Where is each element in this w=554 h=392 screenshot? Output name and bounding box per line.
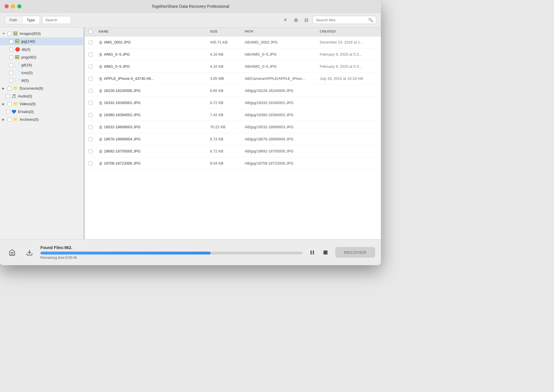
progress-bar-fill — [40, 252, 211, 255]
trash-icon: 🗑 — [99, 52, 103, 57]
tif-checkbox[interactable] — [9, 79, 13, 83]
row-checkbox-7[interactable] — [89, 125, 93, 129]
archives-checkbox[interactable] — [8, 118, 12, 122]
file-name-text: 18228-18240000.JPG — [104, 88, 141, 93]
sidebar-item-tif[interactable]: 📄 tif(5) — [0, 77, 83, 84]
table-row[interactable]: 🗑 18332-18345001.JPG 6.72 KB AB/jpg/1833… — [85, 97, 381, 109]
table-row[interactable]: 🗑 18676-18689004.JPG 6.72 KB AB/jpg/1867… — [85, 133, 381, 145]
row-checkbox-1[interactable] — [89, 52, 93, 56]
trash-icon: 🗑 — [99, 137, 103, 142]
found-files-label: Found Files:962. — [40, 245, 302, 250]
row-path-6: AB/jpg/18380-18394002.JPG — [242, 113, 317, 117]
documents-checkbox[interactable] — [8, 86, 12, 91]
app-title: TogetherShare Data Recovery Professional — [151, 4, 229, 9]
row-checkbox-cell — [85, 89, 96, 93]
row-checkbox-2[interactable] — [89, 65, 93, 69]
table-row[interactable]: 🗑 #IMG_0~5.JPG 4.10 KB AB/#IMG_0~5.JPG F… — [85, 61, 381, 73]
file-name-text: APPLE_iPhone 6_43740-49... — [104, 76, 154, 81]
row-name-9: 🗑 18692-18705005.JPG — [96, 149, 208, 154]
recover-button[interactable]: RECOVER — [335, 247, 375, 258]
table-row[interactable]: 🗑 18708-18723006.JPG 8.04 KB AB/jpg/1870… — [85, 157, 381, 169]
db-checkbox[interactable] — [9, 47, 13, 51]
table-row[interactable]: 🗑 18380-18394002.JPG 7.42 KB AB/jpg/1838… — [85, 109, 381, 121]
trash-icon: 🗑 — [99, 125, 103, 129]
row-checkbox-0[interactable] — [89, 40, 93, 44]
row-path-3: AB/Camera/APPLE/APPLE_iPhon... — [242, 76, 317, 81]
table-row[interactable]: 🗑 18692-18705005.JPG 6.72 KB AB/jpg/1869… — [85, 145, 381, 157]
sidebar-item-jpg[interactable]: 🖼️ jpg(140) — [0, 37, 83, 45]
trash-icon: 🗑 — [99, 88, 103, 93]
minimize-button[interactable] — [11, 4, 15, 8]
row-size-4: 6.65 KB — [208, 88, 242, 93]
stop-button[interactable] — [320, 247, 331, 258]
row-checkbox-8[interactable] — [89, 137, 93, 141]
images-checkbox[interactable] — [8, 32, 12, 36]
maximize-button[interactable] — [17, 4, 21, 8]
svg-rect-2 — [313, 250, 314, 255]
tab-path[interactable]: Path — [5, 16, 22, 24]
row-created-0: December 23, 2016 at 1... — [317, 40, 381, 44]
sidebar-item-emails[interactable]: 💙 Emails(0) — [0, 108, 83, 116]
icns-checkbox[interactable] — [9, 71, 13, 75]
list-view-button[interactable]: ≡ — [281, 16, 290, 24]
file-name-text: 18332-18345001.JPG — [104, 101, 141, 105]
table-row[interactable]: 🗑 #MG_0002.JPG 435.71 KB AB/#MG_0002.JPG… — [85, 36, 381, 48]
sidebar-item-audio[interactable]: 🎵 Audio(0) — [0, 92, 83, 100]
sidebar-item-png[interactable]: 🖼️ png(482) — [0, 53, 83, 61]
row-checkbox-5[interactable] — [89, 101, 93, 105]
sidebar-item-videos[interactable]: ▶ 📁 Videos(9) — [0, 100, 83, 108]
pause-button[interactable] — [307, 247, 317, 258]
table-row[interactable]: 🗑 18532-18669003.JPG 70.22 KB AB/jpg/185… — [85, 121, 381, 133]
sidebar-item-db[interactable]: 🔴 db(3) — [0, 45, 83, 53]
column-view-button[interactable]: ⊟ — [302, 16, 310, 24]
db-icon: 🔴 — [15, 47, 20, 52]
select-all-checkbox[interactable] — [89, 30, 93, 34]
row-size-8: 6.72 KB — [208, 137, 242, 141]
chevron-right-icon-3: ▶ — [2, 118, 6, 121]
row-checkbox-9[interactable] — [89, 149, 93, 153]
sidebar-item-gif[interactable]: 📄 gif(18) — [0, 61, 83, 69]
sidebar-item-archives[interactable]: ▶ 📁 Archives(5) — [0, 116, 83, 123]
sidebar-item-documents[interactable]: ▶ 📁 Documents(9) — [0, 84, 83, 92]
emails-checkbox[interactable] — [6, 110, 10, 114]
row-size-7: 70.22 KB — [208, 125, 242, 129]
audio-checkbox[interactable] — [6, 94, 10, 98]
tab-type[interactable]: Type — [22, 16, 40, 24]
row-checkbox-3[interactable] — [89, 77, 93, 81]
table-row[interactable]: 🗑 APPLE_iPhone 6_43740-49... 3.05 MB AB/… — [85, 73, 381, 85]
videos-checkbox[interactable] — [8, 102, 12, 106]
table-row[interactable]: 🗑 #IMG_0~5.JPG 4.10 KB AB/#IMG_0~5.JPG F… — [85, 48, 381, 61]
search-bar: 🔍 — [313, 16, 376, 24]
documents-icon: 📁 — [13, 86, 18, 91]
png-icon: 🖼️ — [15, 55, 20, 59]
videos-icon: 📁 — [13, 102, 18, 106]
row-path-1: AB/#IMG_0~5.JPG — [242, 52, 317, 56]
file-list-body: 🗑 #MG_0002.JPG 435.71 KB AB/#MG_0002.JPG… — [85, 36, 381, 239]
archives-label: Archives(5) — [20, 117, 39, 122]
close-button[interactable] — [5, 4, 9, 8]
table-row[interactable]: 🗑 18228-18240000.JPG 6.65 KB AB/jpg/1822… — [85, 85, 381, 97]
audio-label: Audio(0) — [18, 94, 32, 98]
download-button[interactable] — [23, 246, 36, 259]
icns-label: icns(5) — [21, 71, 33, 75]
row-checkbox-10[interactable] — [89, 161, 93, 165]
grid-view-button[interactable]: ⊞ — [291, 16, 300, 24]
sidebar-item-images[interactable]: ▼ 🖼️ Images(653) — [0, 30, 83, 37]
header-checkbox-col — [85, 30, 96, 34]
row-path-0: AB/#MG_0002.JPG — [242, 40, 317, 44]
trash-icon: 🗑 — [99, 101, 103, 105]
playback-controls — [307, 247, 331, 258]
home-button[interactable] — [6, 246, 18, 259]
row-checkbox-4[interactable] — [89, 89, 93, 93]
audio-icon: 🎵 — [12, 94, 16, 98]
gif-checkbox[interactable] — [9, 63, 13, 67]
row-size-10: 8.04 KB — [208, 161, 242, 165]
jpg-checkbox[interactable] — [9, 39, 13, 44]
sidebar-item-icns[interactable]: 📄 icns(5) — [0, 69, 83, 77]
search-files-input[interactable] — [316, 18, 368, 22]
file-list-area: NAME SIZE PATH CREATED 🗑 #MG_0002.JPG 43… — [85, 27, 381, 239]
row-checkbox-6[interactable] — [89, 113, 93, 117]
png-checkbox[interactable] — [9, 55, 13, 59]
search-small-input[interactable] — [42, 16, 71, 24]
row-path-2: AB/#IMG_0~5.JPG — [242, 64, 317, 69]
